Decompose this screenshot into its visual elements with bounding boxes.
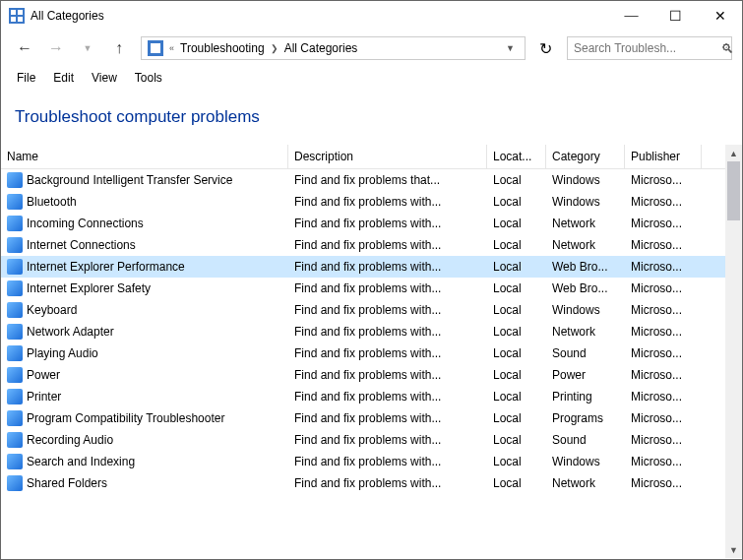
maximize-button[interactable]: ☐ — [653, 1, 698, 31]
item-name: Shared Folders — [27, 476, 107, 490]
scroll-up-button[interactable]: ▲ — [725, 145, 742, 161]
item-category: Web Bro... — [546, 260, 625, 274]
item-location: Local — [487, 281, 546, 295]
list-item[interactable]: Network AdapterFind and fix problems wit… — [1, 321, 725, 342]
item-publisher: Microso... — [625, 195, 702, 209]
item-category: Network — [546, 325, 625, 339]
item-publisher: Microso... — [625, 281, 702, 295]
list-item[interactable]: Playing AudioFind and fix problems with.… — [1, 342, 725, 364]
item-name: Power — [27, 368, 60, 382]
breadcrumb-dropdown[interactable]: ▼ — [361, 43, 523, 53]
item-description: Find and fix problems with... — [288, 281, 487, 295]
navbar: ← → ▼ ↑ « Troubleshooting ❯ All Categori… — [1, 31, 742, 66]
forward-button[interactable]: → — [42, 34, 70, 62]
item-description: Find and fix problems with... — [288, 476, 487, 490]
list-item[interactable]: Incoming ConnectionsFind and fix problem… — [1, 213, 725, 234]
search-box[interactable]: 🔍︎ — [567, 36, 732, 60]
item-location: Local — [487, 303, 546, 317]
menu-edit[interactable]: Edit — [45, 69, 82, 87]
list-item[interactable]: Internet Explorer SafetyFind and fix pro… — [1, 278, 725, 299]
menu-tools[interactable]: Tools — [127, 69, 170, 87]
troubleshooter-icon — [7, 259, 23, 275]
troubleshooter-icon — [7, 410, 23, 426]
troubleshooter-icon — [7, 237, 23, 253]
up-button[interactable]: ↑ — [105, 34, 133, 62]
item-publisher: Microso... — [625, 238, 702, 252]
item-description: Find and fix problems with... — [288, 260, 487, 274]
scrollbar[interactable]: ▲ ▼ — [725, 145, 742, 558]
menu-view[interactable]: View — [84, 69, 125, 87]
item-category: Windows — [546, 173, 625, 187]
item-location: Local — [487, 390, 546, 404]
search-icon[interactable]: 🔍︎ — [721, 41, 734, 56]
list-item[interactable]: Search and IndexingFind and fix problems… — [1, 451, 725, 472]
scroll-thumb[interactable] — [727, 161, 740, 220]
breadcrumb-part-1[interactable]: Troubleshooting — [176, 37, 269, 59]
list-item[interactable]: Internet ConnectionsFind and fix problem… — [1, 234, 725, 256]
item-name: Printer — [27, 390, 61, 404]
item-location: Local — [487, 455, 546, 468]
scroll-track[interactable] — [725, 161, 742, 541]
list-item[interactable]: Recording AudioFind and fix problems wit… — [1, 429, 725, 451]
item-publisher: Microso... — [625, 303, 702, 317]
breadcrumb-part-2[interactable]: All Categories — [280, 37, 362, 59]
list-item[interactable]: Internet Explorer PerformanceFind and fi… — [1, 256, 725, 278]
item-location: Local — [487, 217, 546, 230]
item-location: Local — [487, 173, 546, 187]
breadcrumb[interactable]: « Troubleshooting ❯ All Categories ▼ — [141, 36, 526, 60]
recent-dropdown[interactable]: ▼ — [74, 34, 101, 62]
list-item[interactable]: PowerFind and fix problems with...LocalP… — [1, 364, 725, 386]
item-description: Find and fix problems with... — [288, 455, 487, 468]
item-location: Local — [487, 260, 546, 274]
col-description[interactable]: Description — [288, 145, 487, 168]
list-item[interactable]: BluetoothFind and fix problems with...Lo… — [1, 191, 725, 213]
menu-file[interactable]: File — [9, 69, 43, 87]
chevron-icon[interactable]: « — [167, 43, 176, 53]
item-location: Local — [487, 368, 546, 382]
breadcrumb-root-icon[interactable] — [144, 37, 167, 59]
item-category: Programs — [546, 411, 625, 425]
item-description: Find and fix problems with... — [288, 217, 487, 230]
item-name: Background Intelligent Transfer Service — [27, 173, 232, 187]
item-description: Find and fix problems with... — [288, 346, 487, 360]
item-name: Internet Explorer Safety — [27, 281, 151, 295]
item-location: Local — [487, 195, 546, 209]
list-item[interactable]: PrinterFind and fix problems with...Loca… — [1, 386, 725, 407]
item-description: Find and fix problems that... — [288, 173, 487, 187]
col-location[interactable]: Locat... — [487, 145, 546, 168]
refresh-button[interactable]: ↻ — [533, 36, 557, 60]
col-name[interactable]: Name — [1, 145, 288, 168]
item-description: Find and fix problems with... — [288, 433, 487, 447]
list-item[interactable]: KeyboardFind and fix problems with...Loc… — [1, 299, 725, 321]
col-publisher[interactable]: Publisher — [625, 145, 702, 168]
svg-rect-4 — [18, 17, 23, 22]
scroll-down-button[interactable]: ▼ — [725, 541, 742, 558]
list-item[interactable]: Background Intelligent Transfer ServiceF… — [1, 169, 725, 191]
item-category: Network — [546, 476, 625, 490]
menubar: File Edit View Tools — [1, 66, 742, 90]
list-item[interactable]: Shared FoldersFind and fix problems with… — [1, 472, 725, 494]
window-icon — [9, 8, 25, 24]
item-category: Windows — [546, 455, 625, 468]
item-category: Network — [546, 238, 625, 252]
troubleshooter-icon — [7, 172, 23, 188]
item-name: Recording Audio — [27, 433, 113, 447]
item-publisher: Microso... — [625, 455, 702, 468]
back-button[interactable]: ← — [11, 34, 38, 62]
item-name: Keyboard — [27, 303, 77, 317]
col-category[interactable]: Category — [546, 145, 625, 168]
troubleshooter-icon — [7, 367, 23, 383]
item-name: Playing Audio — [27, 346, 98, 360]
list-item[interactable]: Program Compatibility TroubleshooterFind… — [1, 407, 725, 429]
item-name: Program Compatibility Troubleshooter — [27, 411, 224, 425]
troubleshooter-icon — [7, 324, 23, 340]
search-input[interactable] — [574, 41, 721, 55]
close-button[interactable]: ✕ — [698, 1, 742, 31]
troubleshooter-icon — [7, 194, 23, 210]
svg-rect-6 — [151, 43, 160, 53]
item-publisher: Microso... — [625, 173, 702, 187]
item-description: Find and fix problems with... — [288, 195, 487, 209]
minimize-button[interactable]: — — [609, 1, 653, 31]
item-category: Network — [546, 217, 625, 230]
chevron-icon[interactable]: ❯ — [269, 43, 280, 53]
